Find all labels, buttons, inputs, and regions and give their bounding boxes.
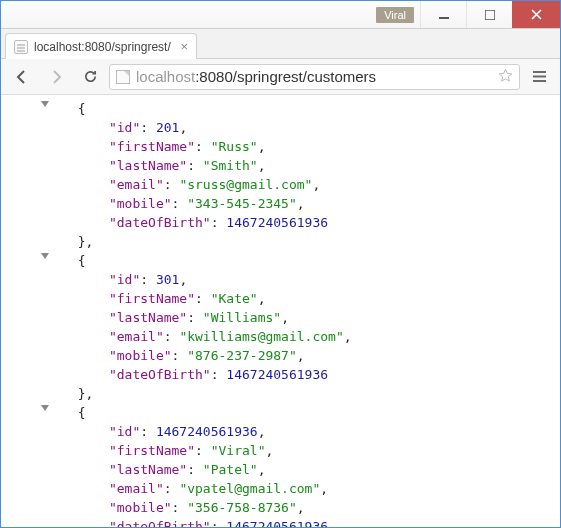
back-button[interactable] — [7, 63, 37, 91]
json-line: "dateOfBirth": 1467240561936 — [1, 517, 560, 527]
page-favicon-icon — [14, 40, 28, 54]
url-text: localhost:8080/springrest/customers — [136, 68, 492, 85]
json-line: "email": "vpatel@gmail.com", — [1, 479, 560, 498]
collapse-toggle-icon[interactable] — [41, 101, 49, 107]
collapse-toggle-icon[interactable] — [41, 405, 49, 411]
maximize-button[interactable] — [466, 1, 512, 28]
json-line: "dateOfBirth": 1467240561936 — [1, 365, 560, 384]
json-line: { — [1, 251, 560, 270]
svg-rect-4 — [533, 80, 546, 82]
json-line: "id": 301, — [1, 270, 560, 289]
url-host: localhost — [136, 68, 195, 85]
json-line: "lastName": "Williams", — [1, 308, 560, 327]
minimize-button[interactable] — [420, 1, 466, 28]
svg-rect-2 — [533, 71, 546, 73]
json-line: { — [1, 403, 560, 422]
json-line: "firstName": "Russ", — [1, 137, 560, 156]
user-badge[interactable]: Viral — [376, 7, 414, 23]
json-viewer[interactable]: { "id": 201, "firstName": "Russ", "lastN… — [1, 95, 560, 527]
svg-rect-0 — [439, 17, 449, 19]
json-line: "lastName": "Smith", — [1, 156, 560, 175]
tab-close-icon[interactable]: × — [180, 40, 188, 53]
json-line: "mobile": "876-237-2987", — [1, 346, 560, 365]
url-path: :8080/springrest/customers — [195, 68, 376, 85]
json-line: "firstName": "Viral", — [1, 441, 560, 460]
json-line: "mobile": "343-545-2345", — [1, 194, 560, 213]
json-line: "email": "kwilliams@gmail.com", — [1, 327, 560, 346]
json-line: "dateOfBirth": 1467240561936 — [1, 213, 560, 232]
window-titlebar: Viral — [1, 1, 560, 29]
json-line: "lastName": "Patel", — [1, 460, 560, 479]
menu-button[interactable] — [524, 63, 554, 91]
json-line: "id": 1467240561936, — [1, 422, 560, 441]
browser-tab[interactable]: localhost:8080/springrest/ × — [5, 33, 197, 59]
tab-title: localhost:8080/springrest/ — [34, 40, 174, 54]
tab-strip: localhost:8080/springrest/ × — [1, 29, 560, 59]
page-icon — [116, 70, 130, 84]
close-button[interactable] — [512, 1, 560, 28]
address-bar[interactable]: localhost:8080/springrest/customers — [109, 64, 520, 90]
svg-rect-1 — [485, 10, 495, 20]
bookmark-star-icon[interactable] — [498, 68, 513, 86]
json-line: "mobile": "356-758-8736", — [1, 498, 560, 517]
json-line: }, — [1, 232, 560, 251]
reload-button[interactable] — [75, 63, 105, 91]
json-line: "id": 201, — [1, 118, 560, 137]
json-line: }, — [1, 384, 560, 403]
collapse-toggle-icon[interactable] — [41, 253, 49, 259]
svg-rect-3 — [533, 76, 546, 78]
forward-button[interactable] — [41, 63, 71, 91]
browser-toolbar: localhost:8080/springrest/customers — [1, 59, 560, 95]
json-line: "email": "sruss@gmail.com", — [1, 175, 560, 194]
json-line: "firstName": "Kate", — [1, 289, 560, 308]
json-line: { — [1, 99, 560, 118]
